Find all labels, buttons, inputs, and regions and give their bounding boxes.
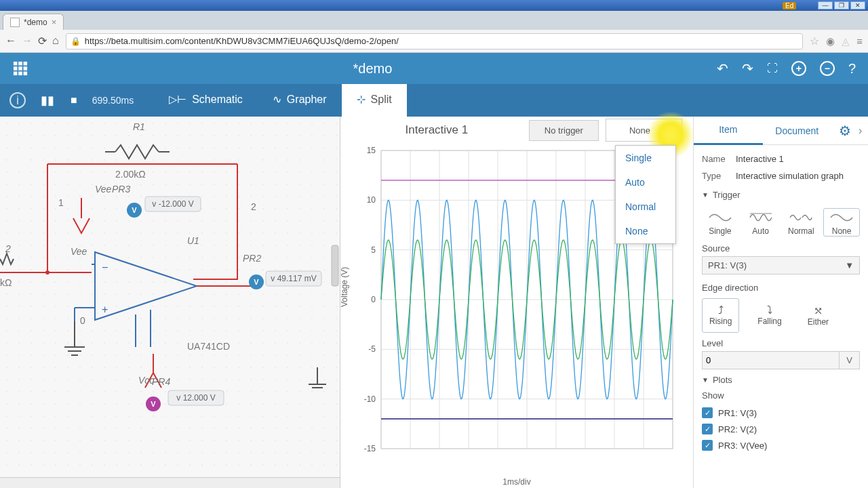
trigger-mode-none[interactable]: None xyxy=(823,208,860,237)
trigger-mode-dropdown[interactable]: None ▼ Single Auto Normal None xyxy=(606,119,682,142)
trigger-mode-single[interactable]: Single xyxy=(702,208,738,237)
trigger-mode-normal[interactable]: Normal xyxy=(783,208,820,237)
svg-point-80 xyxy=(189,147,190,148)
plots-section[interactable]: ▼Plots xyxy=(702,369,860,389)
svg-point-764 xyxy=(336,440,336,441)
svg-point-735 xyxy=(323,428,324,428)
close-tab-icon[interactable]: × xyxy=(52,17,57,27)
svg-point-290 xyxy=(18,245,19,245)
svg-point-256 xyxy=(287,220,288,221)
redo-icon[interactable]: ↷ xyxy=(742,60,753,77)
tab-schematic[interactable]: ▷⊢ Schematic xyxy=(154,84,258,117)
trigger-section[interactable]: ▼Trigger xyxy=(702,184,860,204)
svg-point-568 xyxy=(336,354,336,355)
undo-icon[interactable]: ↶ xyxy=(717,60,728,77)
fullscreen-icon[interactable]: ⛶ xyxy=(767,62,778,75)
plot-checkbox-pr2[interactable]: ✓PR2: V(2) xyxy=(702,421,860,437)
level-input[interactable] xyxy=(702,351,840,369)
close-window-button[interactable]: ✕ xyxy=(850,1,865,9)
svg-point-391 xyxy=(226,281,226,282)
dropdown-option-none[interactable]: None xyxy=(616,219,675,243)
stop-icon[interactable]: ■ xyxy=(71,94,77,106)
chevron-right-icon[interactable]: › xyxy=(859,125,868,137)
svg-point-408 xyxy=(92,293,92,294)
svg-point-259 xyxy=(323,220,324,221)
svg-point-455 xyxy=(323,306,324,306)
zoom-out-button[interactable]: − xyxy=(820,61,835,76)
info-icon[interactable]: i xyxy=(9,92,26,108)
svg-point-781 xyxy=(201,452,202,453)
svg-point-381 xyxy=(104,281,104,282)
star-icon[interactable]: ☆ xyxy=(810,35,819,47)
plot-checkbox-pr1[interactable]: ✓PR1: V(3) xyxy=(702,405,860,421)
zoom-in-button[interactable]: + xyxy=(791,61,806,76)
minimize-button[interactable]: — xyxy=(818,1,833,9)
tab-grapher[interactable]: ∿ Grapher xyxy=(258,84,342,117)
svg-point-567 xyxy=(323,354,324,355)
app-menu-icon[interactable] xyxy=(0,61,41,76)
svg-point-607 xyxy=(128,379,129,380)
back-icon[interactable]: ← xyxy=(5,35,16,47)
svg-point-120 xyxy=(336,159,336,160)
svg-point-15 xyxy=(79,123,80,123)
ext-icon-1[interactable]: ◉ xyxy=(826,35,835,47)
edge-either[interactable]: ⤲Either xyxy=(800,298,836,333)
trigger-mode-auto[interactable]: Auto xyxy=(743,208,779,237)
svg-point-246 xyxy=(165,220,165,221)
svg-point-521 xyxy=(104,342,104,343)
svg-point-208 xyxy=(43,208,43,209)
svg-point-617 xyxy=(250,379,251,380)
ext-icon-2[interactable]: ◬ xyxy=(842,35,850,47)
svg-point-237 xyxy=(55,220,56,221)
svg-point-495 xyxy=(128,330,129,331)
svg-point-761 xyxy=(299,440,300,441)
svg-point-50 xyxy=(165,135,165,136)
svg-point-683 xyxy=(31,415,31,416)
pause-icon[interactable]: ▮▮ xyxy=(41,93,54,108)
svg-point-527 xyxy=(177,342,178,343)
svg-point-51 xyxy=(177,135,178,136)
help-icon[interactable]: ? xyxy=(848,61,856,77)
plot-checkbox-pr3[interactable]: ✓PR3: V(Vee) xyxy=(702,437,860,453)
svg-point-681 xyxy=(6,415,7,416)
sim-time: 699.50ms xyxy=(92,95,134,106)
svg-point-554 xyxy=(165,354,165,355)
svg-point-301 xyxy=(153,245,153,245)
browser-tab[interactable]: *demo × xyxy=(3,14,64,30)
url-input[interactable]: 🔒 https://beta.multisim.com/content/KhDW… xyxy=(66,33,804,49)
horizontal-scrollbar[interactable] xyxy=(0,477,340,488)
svg-point-145 xyxy=(299,171,300,172)
svg-point-60 xyxy=(287,135,288,136)
gear-icon[interactable]: ⚙ xyxy=(831,123,859,139)
svg-point-188 xyxy=(140,196,141,197)
tab-split[interactable]: ⊹ Split xyxy=(342,84,407,117)
svg-point-663 xyxy=(128,403,129,404)
svg-point-62 xyxy=(311,135,312,136)
trigger-dropdown-menu: Single Auto Normal None xyxy=(615,145,676,244)
edge-falling[interactable]: ⤵Falling xyxy=(750,298,789,333)
reload-icon[interactable]: ⟳ xyxy=(38,35,47,47)
dropdown-option-auto[interactable]: Auto xyxy=(616,170,675,195)
svg-point-627 xyxy=(31,391,31,392)
sidebar-tab-item[interactable]: Item xyxy=(694,117,763,145)
svg-point-479 xyxy=(275,318,275,319)
dropdown-option-normal[interactable]: Normal xyxy=(616,195,675,219)
source-select[interactable]: PR1: V(3)▼ xyxy=(702,256,860,274)
svg-text:+: + xyxy=(102,304,108,315)
sidebar-tab-document[interactable]: Document xyxy=(763,117,832,144)
forward-icon[interactable]: → xyxy=(22,35,33,47)
no-trigger-button[interactable]: No trigger xyxy=(529,120,599,141)
maximize-button[interactable]: ❐ xyxy=(834,1,849,9)
dropdown-option-single[interactable]: Single xyxy=(616,146,675,170)
svg-point-788 xyxy=(287,452,288,453)
edge-rising[interactable]: ⤴Rising xyxy=(702,298,739,333)
svg-point-442 xyxy=(165,306,165,306)
svg-point-501 xyxy=(201,330,202,331)
svg-point-579 xyxy=(128,367,129,367)
schematic-panel[interactable]: −+VVVv -12.000 Vv 49.117 mVv 12.000 VR12… xyxy=(0,117,340,488)
svg-point-105 xyxy=(153,159,153,160)
menu-icon[interactable]: ≡ xyxy=(856,35,863,47)
svg-point-577 xyxy=(104,367,104,367)
home-icon[interactable]: ⌂ xyxy=(52,35,59,47)
svg-point-727 xyxy=(226,428,226,428)
